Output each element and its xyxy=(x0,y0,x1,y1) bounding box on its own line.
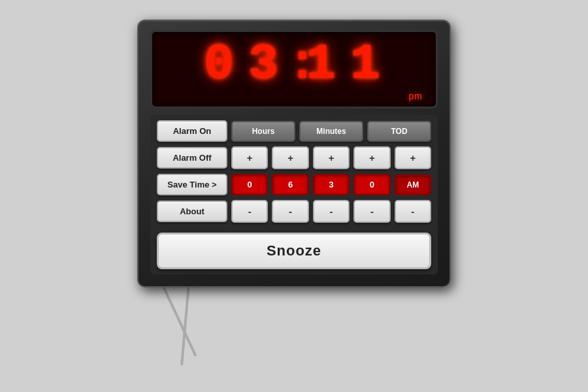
save-time-button[interactable]: Save Time > xyxy=(157,174,227,195)
value-display-2: 6 xyxy=(272,174,308,195)
alarm-on-button[interactable]: Alarm On xyxy=(157,120,227,142)
clock-body: 0 3 : 1 1 pm Alarm On Hours Minutes TOD … xyxy=(137,20,451,287)
led-colon: : xyxy=(287,40,301,90)
row-alarm-on: Alarm On Hours Minutes TOD xyxy=(157,120,431,142)
row-alarm-off: Alarm Off + + + + + xyxy=(157,146,431,169)
minus-button-2[interactable]: - xyxy=(272,200,308,223)
clock-scene: 0 3 : 1 1 pm Alarm On Hours Minutes TOD … xyxy=(111,20,477,372)
value-display-ampm: AM xyxy=(395,174,431,195)
about-button[interactable]: About xyxy=(157,201,227,222)
minutes-header-button[interactable]: Minutes xyxy=(299,121,363,142)
led-time-display: 0 3 : 1 1 xyxy=(163,40,425,90)
snooze-button[interactable]: Snooze xyxy=(157,233,431,269)
led-min-ones: 1 xyxy=(345,40,389,90)
controls-panel: Alarm On Hours Minutes TOD Alarm Off + +… xyxy=(150,115,438,274)
row-about: About - - - - - xyxy=(157,200,431,223)
minus-button-5[interactable]: - xyxy=(395,200,431,223)
row-save-time: Save Time > 0 6 3 0 AM xyxy=(157,174,431,195)
value-display-1: 0 xyxy=(231,174,268,195)
plus-button-3[interactable]: + xyxy=(313,146,350,169)
value-display-3: 3 xyxy=(313,174,350,195)
tod-header-button[interactable]: TOD xyxy=(367,121,431,142)
led-hour-tens: 0 xyxy=(199,40,243,90)
value-display-4: 0 xyxy=(353,174,390,195)
minus-button-3[interactable]: - xyxy=(313,200,350,223)
led-hour-ones: 3 xyxy=(243,40,287,90)
plus-button-5[interactable]: + xyxy=(395,146,431,169)
plus-button-4[interactable]: + xyxy=(353,146,390,169)
minus-button-4[interactable]: - xyxy=(353,200,390,223)
led-display: 0 3 : 1 1 pm xyxy=(150,30,438,108)
minus-button-1[interactable]: - xyxy=(231,200,268,223)
alarm-off-button[interactable]: Alarm Off xyxy=(157,147,227,169)
plus-button-2[interactable]: + xyxy=(272,146,308,169)
hours-header-button[interactable]: Hours xyxy=(231,121,295,142)
led-min-tens: 1 xyxy=(301,40,345,90)
plus-button-1[interactable]: + xyxy=(231,146,268,169)
